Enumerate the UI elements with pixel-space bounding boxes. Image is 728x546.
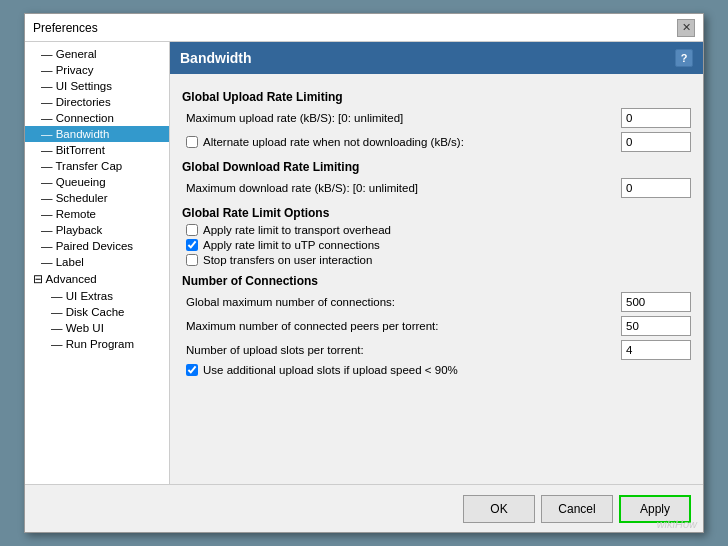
stop-transfers-row: Stop transfers on user interaction [182, 254, 691, 266]
sidebar-item-directories[interactable]: Directories [25, 94, 169, 110]
apply-transport-label: Apply rate limit to transport overhead [203, 224, 391, 236]
sidebar-item-general[interactable]: General [25, 46, 169, 62]
sidebar-item-web-ui[interactable]: Web UI [25, 320, 169, 336]
sidebar-item-bittorrent[interactable]: BitTorrent [25, 142, 169, 158]
sidebar-item-queueing[interactable]: Queueing [25, 174, 169, 190]
additional-slots-label: Use additional upload slots if upload sp… [203, 364, 458, 376]
max-download-rate-label: Maximum download rate (kB/S): [0: unlimi… [186, 182, 621, 194]
sidebar-item-run-program[interactable]: Run Program [25, 336, 169, 352]
apply-utp-label: Apply rate limit to uTP connections [203, 239, 380, 251]
sidebar-item-paired-devices[interactable]: Paired Devices [25, 238, 169, 254]
max-connected-peers-label: Maximum number of connected peers per to… [186, 320, 621, 332]
alt-upload-rate-row: Alternate upload rate when not downloadi… [182, 132, 691, 152]
max-connected-peers-input[interactable] [621, 316, 691, 336]
rate-limit-group-title: Global Rate Limit Options [182, 206, 691, 220]
global-max-connections-label: Global maximum number of connections: [186, 296, 621, 308]
max-connected-peers-row: Maximum number of connected peers per to… [182, 316, 691, 336]
sidebar-group-advanced[interactable]: Advanced [25, 270, 169, 288]
sidebar-item-remote[interactable]: Remote [25, 206, 169, 222]
apply-transport-row: Apply rate limit to transport overhead [182, 224, 691, 236]
sidebar-item-bandwidth[interactable]: Bandwidth [25, 126, 169, 142]
max-upload-rate-row: Maximum upload rate (kB/S): [0: unlimite… [182, 108, 691, 128]
connections-group-title: Number of Connections [182, 274, 691, 288]
additional-slots-row: Use additional upload slots if upload sp… [182, 364, 691, 376]
global-max-connections-row: Global maximum number of connections: [182, 292, 691, 312]
help-button[interactable]: ? [675, 49, 693, 67]
sidebar-item-playback[interactable]: Playback [25, 222, 169, 238]
global-max-connections-input[interactable] [621, 292, 691, 312]
section-title: Bandwidth [180, 50, 252, 66]
dialog-title: Preferences [33, 21, 98, 35]
preferences-dialog: Preferences ✕ General Privacy UI Setting… [24, 13, 704, 533]
sidebar-item-scheduler[interactable]: Scheduler [25, 190, 169, 206]
dialog-body: General Privacy UI Settings Directories … [25, 42, 703, 484]
sidebar-item-connection[interactable]: Connection [25, 110, 169, 126]
sidebar-item-transfer-cap[interactable]: Transfer Cap [25, 158, 169, 174]
sidebar: General Privacy UI Settings Directories … [25, 42, 170, 484]
stop-transfers-label: Stop transfers on user interaction [203, 254, 372, 266]
watermark: wikiHow [657, 518, 697, 530]
upload-slots-input[interactable] [621, 340, 691, 360]
sidebar-item-label[interactable]: Label [25, 254, 169, 270]
apply-transport-checkbox[interactable] [186, 224, 198, 236]
dialog-footer: OK Cancel Apply [25, 484, 703, 532]
sidebar-item-privacy[interactable]: Privacy [25, 62, 169, 78]
apply-utp-checkbox[interactable] [186, 239, 198, 251]
max-download-rate-row: Maximum download rate (kB/S): [0: unlimi… [182, 178, 691, 198]
ok-button[interactable]: OK [463, 495, 535, 523]
upload-slots-row: Number of upload slots per torrent: [182, 340, 691, 360]
alt-upload-rate-label: Alternate upload rate when not downloadi… [203, 136, 617, 148]
apply-utp-row: Apply rate limit to uTP connections [182, 239, 691, 251]
section-content: Global Upload Rate Limiting Maximum uplo… [170, 74, 703, 484]
sidebar-item-ui-extras[interactable]: UI Extras [25, 288, 169, 304]
section-header: Bandwidth ? [170, 42, 703, 74]
upload-slots-label: Number of upload slots per torrent: [186, 344, 621, 356]
alt-upload-rate-input[interactable] [621, 132, 691, 152]
upload-group-title: Global Upload Rate Limiting [182, 90, 691, 104]
alt-upload-rate-checkbox[interactable] [186, 136, 198, 148]
close-button[interactable]: ✕ [677, 19, 695, 37]
cancel-button[interactable]: Cancel [541, 495, 613, 523]
additional-slots-checkbox[interactable] [186, 364, 198, 376]
stop-transfers-checkbox[interactable] [186, 254, 198, 266]
main-content: Bandwidth ? Global Upload Rate Limiting … [170, 42, 703, 484]
max-upload-rate-input[interactable] [621, 108, 691, 128]
download-group-title: Global Download Rate Limiting [182, 160, 691, 174]
titlebar: Preferences ✕ [25, 14, 703, 42]
max-download-rate-input[interactable] [621, 178, 691, 198]
max-upload-rate-label: Maximum upload rate (kB/S): [0: unlimite… [186, 112, 621, 124]
sidebar-item-ui-settings[interactable]: UI Settings [25, 78, 169, 94]
sidebar-item-disk-cache[interactable]: Disk Cache [25, 304, 169, 320]
